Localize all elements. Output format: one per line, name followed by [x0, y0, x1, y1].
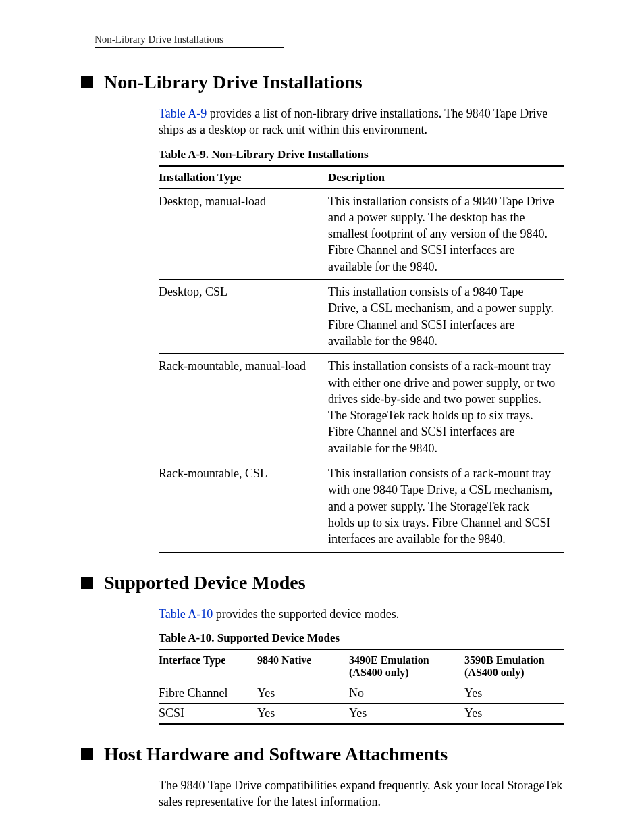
table-ref-link[interactable]: Table A-9 — [159, 107, 207, 120]
cell-type: Desktop, CSL — [159, 280, 328, 354]
cell-type: Desktop, manual-load — [159, 188, 328, 279]
col-header-native: 9840 Native — [257, 650, 349, 683]
col-header-type: Installation Type — [159, 166, 328, 189]
heading-supported-modes: Supported Device Modes — [81, 572, 570, 594]
table-row: Desktop, manual-load This installation c… — [159, 188, 564, 279]
cell: Fibre Channel — [159, 683, 257, 703]
cell: SCSI — [159, 703, 257, 724]
table-row: Fibre Channel Yes No Yes — [159, 683, 564, 703]
running-header: Non-Library Drive Installations — [95, 34, 570, 48]
bullet-square-icon — [81, 76, 93, 88]
cell-type: Rack-mountable, CSL — [159, 461, 328, 552]
col-header-interface: Interface Type — [159, 650, 257, 683]
col-header-desc: Description — [328, 166, 564, 189]
heading-text: Non-Library Drive Installations — [104, 72, 363, 93]
cell-desc: This installation consists of a rack-mou… — [328, 461, 564, 552]
col-header-3490e: 3490E Emulation (AS400 only) — [349, 650, 464, 683]
table-row: Desktop, CSL This installation consists … — [159, 280, 564, 354]
cell: Yes — [257, 683, 349, 703]
intro-paragraph-2: Table A-10 provides the supported device… — [159, 606, 570, 622]
heading-text: Supported Device Modes — [104, 572, 306, 594]
section-host-hardware: Host Hardware and Software Attachments T… — [81, 744, 570, 810]
cell-type: Rack-mountable, manual-load — [159, 354, 328, 461]
table-caption-a10: Table A-10. Supported Device Modes — [159, 631, 570, 645]
table-caption-a9: Table A-9. Non-Library Drive Installatio… — [159, 148, 570, 161]
body-paragraph-3: The 9840 Tape Drive compatibilities expa… — [159, 777, 570, 810]
cell: No — [349, 683, 464, 703]
section-non-library: Non-Library Drive Installations Table A-… — [81, 72, 570, 553]
cell: Yes — [257, 703, 349, 724]
table-row: Rack-mountable, manual-load This install… — [159, 354, 564, 461]
cell-desc: This installation consists of a rack-mou… — [328, 354, 564, 461]
table-ref-link[interactable]: Table A-10 — [159, 607, 213, 621]
intro-text: provides a list of non-library drive ins… — [159, 107, 547, 136]
intro-paragraph-1: Table A-9 provides a list of non-library… — [159, 105, 570, 138]
cell: Yes — [464, 703, 564, 724]
table-row: Rack-mountable, CSL This installation co… — [159, 461, 564, 552]
cell-desc: This installation consists of a 9840 Tap… — [328, 188, 564, 279]
heading-text: Host Hardware and Software Attachments — [104, 744, 448, 765]
table-a9: Installation Type Description Desktop, m… — [159, 165, 564, 553]
bullet-square-icon — [81, 748, 93, 760]
col-header-3590b: 3590B Emulation (AS400 only) — [464, 650, 564, 683]
table-row: SCSI Yes Yes Yes — [159, 703, 564, 724]
intro-text: provides the supported device modes. — [213, 607, 399, 621]
heading-non-library: Non-Library Drive Installations — [81, 72, 570, 93]
section-supported-modes: Supported Device Modes Table A-10 provid… — [81, 572, 570, 725]
cell: Yes — [349, 703, 464, 724]
cell-desc: This installation consists of a 9840 Tap… — [328, 280, 564, 354]
table-a10: Interface Type 9840 Native 3490E Emulati… — [159, 649, 564, 725]
cell: Yes — [464, 683, 564, 703]
bullet-square-icon — [81, 577, 93, 589]
heading-host-hardware: Host Hardware and Software Attachments — [81, 744, 570, 765]
